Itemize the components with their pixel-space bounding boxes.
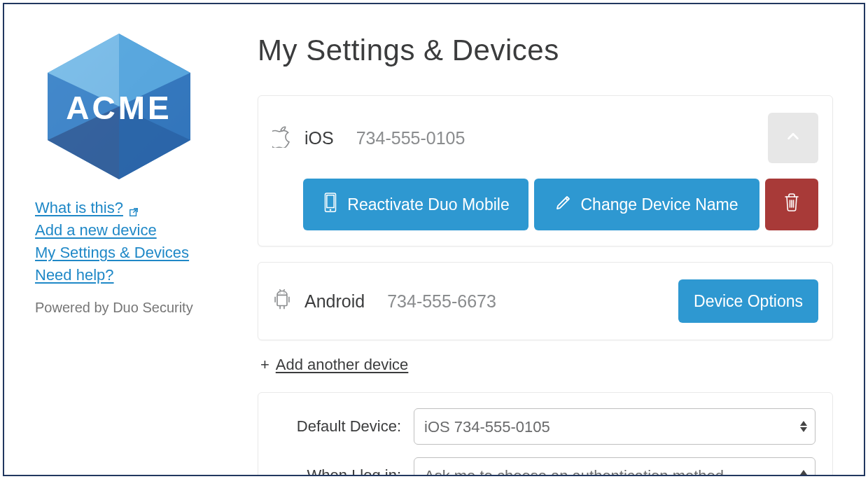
chevron-up-icon — [785, 129, 801, 147]
powered-by-text: Powered by Duo Security — [35, 300, 242, 316]
logo-text: ACME — [66, 90, 172, 126]
device-platform: iOS — [304, 128, 334, 148]
device-actions: Reactivate Duo Mobile Change Device Name — [258, 179, 832, 246]
device-phone: 734-555-6673 — [387, 291, 496, 312]
phone-icon — [322, 192, 339, 217]
button-label: Reactivate Duo Mobile — [347, 195, 509, 214]
need-help-link[interactable]: Need help? — [35, 266, 114, 284]
preferences-card: Default Device: iOS 734-555-0105 When I … — [258, 392, 833, 476]
link-label: What is this? — [35, 199, 123, 217]
svg-point-18 — [279, 292, 280, 293]
device-card-ios: iOS 734-555-0105 Reactivate Duo Mobile — [258, 95, 833, 247]
svg-point-10 — [330, 209, 332, 211]
acme-hexagon-logo: ACME — [35, 29, 203, 183]
when-login-select-wrap: Ask me to choose an authentication metho… — [414, 457, 816, 476]
reactivate-duo-button[interactable]: Reactivate Duo Mobile — [303, 179, 528, 230]
brand-logo: ACME — [35, 29, 242, 183]
svg-rect-11 — [277, 295, 287, 305]
sidebar: ACME What is this? Add a new device My S… — [4, 4, 242, 475]
page-title: My Settings & Devices — [258, 34, 833, 67]
apple-icon — [272, 125, 292, 151]
default-device-label: Default Device: — [275, 417, 401, 436]
device-card-android: Android 734-555-6673 Device Options — [258, 262, 833, 340]
svg-point-19 — [284, 292, 284, 293]
default-device-row: Default Device: iOS 734-555-0105 — [275, 408, 816, 445]
collapse-button[interactable] — [768, 113, 818, 163]
when-login-row: When I log in: Ask me to choose an authe… — [275, 457, 816, 476]
device-header: Android 734-555-6673 Device Options — [258, 263, 832, 340]
button-label: Device Options — [694, 292, 803, 311]
what-is-this-link[interactable]: What is this? — [35, 199, 139, 217]
trash-icon — [783, 192, 800, 217]
sidebar-links: What is this? Add a new device My Settin… — [35, 199, 242, 284]
main-panel: My Settings & Devices iOS 734-555-0105 — [242, 4, 864, 475]
device-header: iOS 734-555-0105 — [258, 96, 832, 179]
change-device-name-button[interactable]: Change Device Name — [534, 179, 760, 230]
link-label: Need help? — [35, 266, 114, 284]
default-device-select[interactable]: iOS 734-555-0105 — [414, 408, 816, 445]
default-device-select-wrap: iOS 734-555-0105 — [414, 408, 816, 445]
device-options-button[interactable]: Device Options — [678, 279, 818, 323]
settings-frame: ACME What is this? Add a new device My S… — [3, 3, 865, 476]
add-another-device-link[interactable]: Add another device — [276, 356, 409, 373]
my-settings-devices-link[interactable]: My Settings & Devices — [35, 244, 189, 262]
delete-device-button[interactable] — [765, 179, 818, 230]
add-new-device-link[interactable]: Add a new device — [35, 221, 157, 240]
when-login-label: When I log in: — [275, 466, 401, 476]
device-platform: Android — [304, 291, 365, 312]
when-login-select[interactable]: Ask me to choose an authentication metho… — [414, 457, 816, 476]
add-another-device: + Add another device — [260, 356, 833, 374]
link-label: Add a new device — [35, 221, 157, 240]
link-label: My Settings & Devices — [35, 244, 189, 262]
external-link-icon — [129, 203, 139, 213]
android-icon — [272, 289, 292, 314]
pencil-icon — [555, 192, 572, 217]
device-phone: 734-555-0105 — [356, 128, 465, 148]
plus-icon: + — [260, 356, 270, 373]
link-label: Add another device — [276, 356, 409, 373]
svg-rect-9 — [327, 195, 334, 208]
button-label: Change Device Name — [580, 195, 738, 214]
